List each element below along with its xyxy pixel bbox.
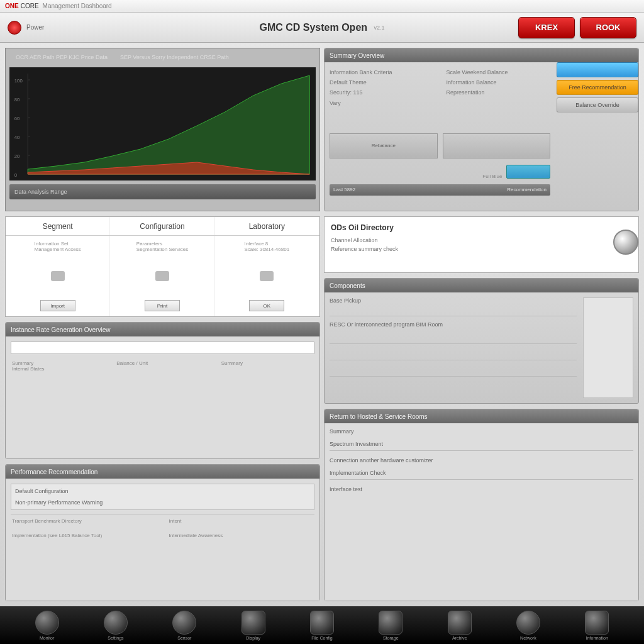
archive-icon [448,611,472,635]
chart-tab-1[interactable]: OCR AER Path PEP KJC Price Data [9,52,114,65]
action-orange-button[interactable]: Free Recommendation [557,80,638,95]
perf-f4: Intermediate Awareness [169,533,314,538]
tricard-head-laboratory[interactable]: Laboratory [215,217,319,235]
tricard-col-2: Parameters Segmentation Services Print [110,236,214,316]
svc-l5: Interface test [330,486,633,492]
print-button[interactable]: Print [145,300,180,311]
performance-panel: Performance Recommendation Default Confi… [5,464,320,601]
network-icon [516,611,540,635]
right-column: Summary Overview Information Bank Criter… [324,48,639,601]
chart-tab-2[interactable]: SEP Versus Sorry Independent CRSE Path [114,52,235,65]
summary-panel-title: Summary Overview [325,48,638,62]
summary-box-2[interactable] [443,133,551,158]
svc-l3: Connection another hardware customizer [330,457,633,464]
header: Power GMC CD System Open v2.1 KREX ROOK [0,13,644,43]
dock-item-1[interactable]: Settings [104,611,128,640]
ytick-1: 20 [14,153,20,159]
comp-row4 [330,349,577,360]
arrow-icon[interactable] [155,271,169,281]
chart-footer-label: Data Analysis Range [14,189,67,195]
comp-row3 [330,333,577,344]
dock-item-7[interactable]: Network [516,611,540,640]
tricard-head-configuration[interactable]: Configuration [110,217,214,235]
dock-item-0[interactable]: Monitor [35,611,59,640]
ok-button[interactable]: OK [249,300,284,311]
components-panel-title: Components [325,279,638,292]
chart-panel: OCR AER Path PEP KJC Price Data SEP Vers… [5,48,320,211]
chart-series-green [28,75,309,174]
tricard-2-line2: Segmentation Services [136,247,188,252]
ytick-3: 60 [14,116,20,121]
tricard-head-segment[interactable]: Segment [6,217,110,235]
perf-f3: Intent [169,518,314,524]
toggle-icon[interactable] [51,271,65,281]
module-icon[interactable] [260,271,274,281]
info-card-line1: Channel Allocation [331,236,632,245]
perf-line2: Non-primary Performance Warning [15,499,310,506]
dock-item-6[interactable]: Archive [448,611,472,640]
tricard-2-line1: Parameters [136,241,188,247]
gear-icon [104,611,128,635]
app-version: v2.1 [374,25,385,31]
dock-item-3[interactable]: Display [242,611,265,640]
monitor-icon [35,611,59,635]
service-panel-title: Return to Hosted & Service Rooms [325,409,638,423]
components-thumb [583,297,633,398]
svc-l1: Summary [330,428,633,435]
dock-item-5[interactable]: Storage [379,611,402,640]
perf-line1: Default Configuration [15,488,310,494]
sum-r3: Representation [447,87,551,97]
perf-f1: Transport Benchmark Directory [12,518,157,524]
dock-item-4[interactable]: File Config [310,611,334,640]
dock-item-2[interactable]: Sensor [172,611,196,640]
dock-item-8[interactable]: Information [585,611,609,640]
pill-label: Full Blue [482,174,502,179]
topbar-subtitle: Management Dashboard [43,3,112,9]
dial-knob[interactable] [613,230,638,255]
strip-right: Recommendation [507,187,547,192]
brand-primary: ONE [5,3,19,9]
topbar: ONE CORE Management Dashboard [0,0,644,13]
tricard-3-line1: Interface 8 [245,241,290,247]
sum-l1: Information Bank Criteria [330,67,434,77]
storage-icon [379,611,402,635]
sensor-icon [172,611,196,635]
ytick-2: 40 [14,135,20,140]
info-card-line2: Reference summary check [331,245,632,253]
strip-left: Last 5892 [333,187,355,192]
rook-button[interactable]: ROOK [580,17,636,38]
performance-panel-title: Performance Recommendation [6,465,319,479]
info-card-title: ODs Oil Directory [331,223,632,232]
instance-panel: Instance Rate Generation Overview Summar… [5,322,320,459]
krex-button[interactable]: KREX [518,17,575,38]
svc-l4: Implementation Check [330,470,633,480]
chart-footer: Data Analysis Range [9,184,316,199]
action-gray-button[interactable]: Balance Override [557,97,638,113]
sum-l4: Vary [330,98,434,108]
brand-secondary: CORE [21,3,39,9]
comp-row1: Base Pickup [330,297,577,316]
small-blue-button[interactable] [506,165,550,179]
tricard-1-line1: Information Set [35,241,81,247]
colA-h3: Summary [221,360,313,366]
info-icon [585,611,609,635]
import-button[interactable]: Import [40,300,75,311]
ytick-0: 0 [14,172,18,178]
action-blue-button[interactable] [557,62,638,77]
summary-box-1[interactable]: Rebalance [330,133,438,158]
tricard: Segment Configuration Laboratory Informa… [5,216,320,317]
colA-h2: Balance / Unit [116,360,208,366]
main-area: OCR AER Path PEP KJC Price Data SEP Vers… [0,43,644,606]
components-panel: Components Base Pickup RESC Or interconn… [324,278,639,404]
comp-row5 [330,365,577,377]
display-icon [242,611,265,635]
service-panel: Return to Hosted & Service Rooms Summary… [324,409,639,601]
comp-row2: RESC Or interconnected program BIM Room [330,321,577,328]
perf-f2: Implementation (see L615 Balance Tool) [12,533,157,538]
ytick-5: 100 [14,78,23,84]
sum-l2: Default Theme [330,77,434,87]
power-icon[interactable] [8,21,21,35]
header-icon-label: Power [26,24,44,31]
summary-panel: Summary Overview Information Bank Criter… [324,48,639,211]
instance-search-bar[interactable] [11,341,314,354]
